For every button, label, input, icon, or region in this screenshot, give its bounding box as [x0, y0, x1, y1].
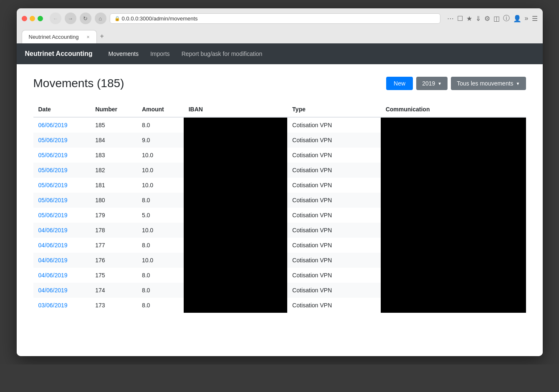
amount-cell: 8.0: [137, 117, 184, 133]
page-actions: New 2019 ▼ Tous les mouvements ▼: [386, 77, 526, 90]
date-link[interactable]: 05/06/2019: [38, 167, 68, 173]
iban-cell: [184, 283, 287, 298]
communication-cell: [381, 163, 526, 178]
tab-title: Neutrinet Accounting: [29, 34, 79, 40]
bookmark-star-icon[interactable]: ★: [466, 15, 472, 23]
nav-report-bug[interactable]: Report bug/ask for modification: [176, 43, 268, 64]
table-header: Date Number Amount IBAN Type Communicati…: [33, 102, 526, 117]
more-options-icon[interactable]: ⋯: [447, 15, 454, 23]
number-cell: 178: [90, 223, 137, 238]
iban-cell: [184, 253, 287, 268]
type-cell: Cotisation VPN: [287, 268, 381, 283]
close-traffic-light[interactable]: [22, 16, 27, 21]
iban-cell: [184, 133, 287, 148]
number-cell: 183: [90, 148, 137, 163]
year-filter-label: 2019: [422, 80, 435, 87]
table-header-row: Date Number Amount IBAN Type Communicati…: [33, 102, 526, 117]
maximize-traffic-light[interactable]: [38, 16, 43, 21]
table-row: 04/06/20191778.0Cotisation VPN: [33, 238, 526, 253]
iban-cell: [184, 178, 287, 193]
number-cell: 176: [90, 253, 137, 268]
extensions-icon[interactable]: ⚙: [484, 15, 490, 23]
tab-close-button[interactable]: ×: [86, 34, 89, 40]
date-link[interactable]: 06/06/2019: [38, 122, 68, 128]
info-icon[interactable]: ⓘ: [503, 14, 510, 23]
amount-cell: 10.0: [137, 178, 184, 193]
menu-icon[interactable]: ☰: [532, 15, 538, 23]
table-row: 05/06/201918210.0Cotisation VPN: [33, 163, 526, 178]
active-tab[interactable]: Neutrinet Accounting ×: [22, 30, 97, 43]
new-tab-button[interactable]: +: [97, 29, 107, 43]
back-button[interactable]: ←: [50, 13, 61, 24]
app-content: Movements (185) New 2019 ▼ Tous les mouv…: [17, 64, 543, 356]
date-link[interactable]: 05/06/2019: [38, 212, 68, 219]
year-filter-button[interactable]: 2019 ▼: [416, 77, 448, 90]
new-button[interactable]: New: [386, 77, 413, 90]
number-cell: 179: [90, 208, 137, 223]
forward-button[interactable]: →: [65, 13, 76, 24]
date-link[interactable]: 03/06/2019: [38, 302, 68, 309]
app-nav-links: Movements Imports Report bug/ask for mod…: [103, 43, 268, 64]
date-link[interactable]: 05/06/2019: [38, 197, 68, 204]
table-row: 05/06/20191795.0Cotisation VPN: [33, 208, 526, 223]
address-bar[interactable]: 🔒 0.0.0.0:3000/admin/movements: [110, 13, 440, 24]
home-button[interactable]: ⌂: [95, 13, 106, 24]
date-link[interactable]: 05/06/2019: [38, 137, 68, 143]
col-header-iban: IBAN: [184, 102, 287, 117]
amount-cell: 8.0: [137, 238, 184, 253]
browser-controls: ← → ↻ ⌂ 🔒 0.0.0.0:3000/admin/movements ⋯…: [22, 13, 538, 24]
date-link[interactable]: 04/06/2019: [38, 272, 68, 279]
table-row: 03/06/20191738.0Cotisation VPN: [33, 298, 526, 313]
minimize-traffic-light[interactable]: [30, 16, 35, 21]
filter-label: Tous les mouvements: [457, 80, 513, 87]
browser-window: ← → ↻ ⌂ 🔒 0.0.0.0:3000/admin/movements ⋯…: [17, 8, 543, 356]
movements-table: Date Number Amount IBAN Type Communicati…: [33, 102, 526, 313]
download-icon[interactable]: ⇓: [476, 15, 481, 23]
communication-cell: [381, 253, 526, 268]
date-link[interactable]: 05/06/2019: [38, 182, 68, 188]
communication-cell: [381, 117, 526, 133]
table-row: 04/06/201917810.0Cotisation VPN: [33, 223, 526, 238]
communication-cell: [381, 268, 526, 283]
col-header-communication: Communication: [381, 102, 526, 117]
type-cell: Cotisation VPN: [287, 133, 381, 148]
amount-cell: 10.0: [137, 163, 184, 178]
page-header: Movements (185) New 2019 ▼ Tous les mouv…: [33, 77, 526, 90]
app-navbar: Neutrinet Accounting Movements Imports R…: [17, 43, 543, 64]
amount-cell: 8.0: [137, 298, 184, 313]
communication-cell: [381, 133, 526, 148]
number-cell: 184: [90, 133, 137, 148]
amount-cell: 9.0: [137, 133, 184, 148]
date-link[interactable]: 04/06/2019: [38, 227, 68, 234]
amount-cell: 10.0: [137, 223, 184, 238]
table-row: 05/06/20191849.0Cotisation VPN: [33, 133, 526, 148]
table-row: 05/06/201918110.0Cotisation VPN: [33, 178, 526, 193]
reader-mode-icon[interactable]: ☐: [457, 15, 463, 23]
type-cell: Cotisation VPN: [287, 283, 381, 298]
date-link[interactable]: 04/06/2019: [38, 257, 68, 264]
communication-cell: [381, 193, 526, 208]
iban-cell: [184, 208, 287, 223]
amount-cell: 10.0: [137, 148, 184, 163]
expand-icon[interactable]: »: [525, 15, 529, 22]
filter-button[interactable]: Tous les mouvements ▼: [451, 77, 526, 90]
table-row: 04/06/20191748.0Cotisation VPN: [33, 283, 526, 298]
date-link[interactable]: 05/06/2019: [38, 152, 68, 158]
account-icon[interactable]: 👤: [513, 15, 521, 23]
type-cell: Cotisation VPN: [287, 117, 381, 133]
sidebar-icon[interactable]: ◫: [493, 15, 500, 23]
table-row: 04/06/20191758.0Cotisation VPN: [33, 268, 526, 283]
amount-cell: 8.0: [137, 193, 184, 208]
browser-tabs: Neutrinet Accounting × +: [22, 29, 538, 43]
date-link[interactable]: 04/06/2019: [38, 242, 68, 249]
reload-button[interactable]: ↻: [80, 13, 91, 24]
app-brand: Neutrinet Accounting: [25, 50, 93, 58]
number-cell: 180: [90, 193, 137, 208]
iban-cell: [184, 163, 287, 178]
iban-cell: [184, 298, 287, 313]
number-cell: 174: [90, 283, 137, 298]
communication-cell: [381, 148, 526, 163]
nav-movements[interactable]: Movements: [103, 43, 144, 64]
nav-imports[interactable]: Imports: [144, 43, 176, 64]
date-link[interactable]: 04/06/2019: [38, 287, 68, 294]
